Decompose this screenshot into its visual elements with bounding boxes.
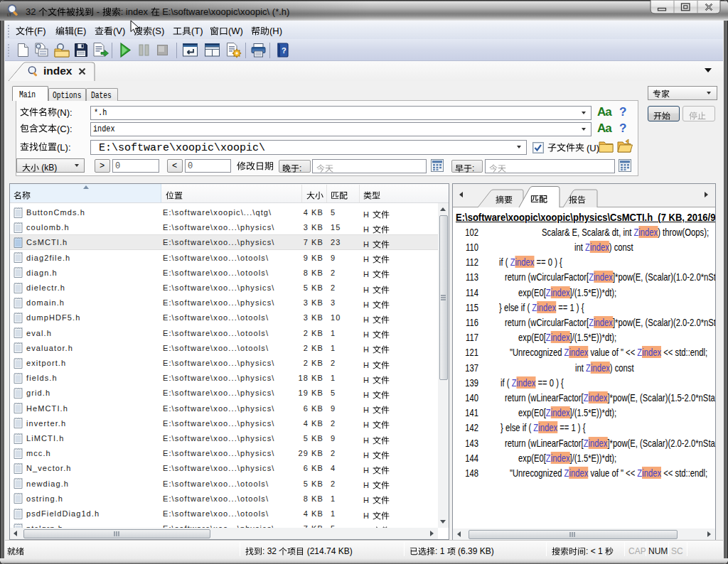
svg-text:LT: LT bbox=[7, 13, 11, 17]
svg-text:?: ? bbox=[282, 46, 287, 55]
